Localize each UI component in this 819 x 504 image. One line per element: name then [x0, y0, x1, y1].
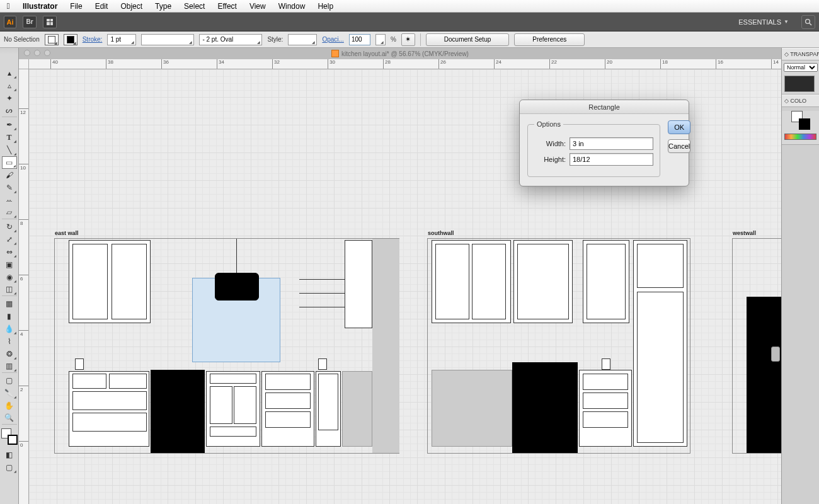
- pendant-cord[interactable]: [236, 239, 237, 275]
- color-panel[interactable]: [782, 111, 819, 145]
- width-tool-icon[interactable]: ⇔◢: [2, 246, 17, 258]
- hand-tool-icon[interactable]: ✋: [2, 399, 17, 412]
- type-tool-icon[interactable]: T◢: [2, 131, 17, 144]
- outlet[interactable]: [318, 358, 327, 370]
- slice-tool-icon[interactable]: 🔪◢: [2, 387, 17, 399]
- stroke-panel-link[interactable]: Stroke:: [83, 36, 103, 43]
- drawer[interactable]: [72, 391, 147, 410]
- pendant-light[interactable]: [215, 273, 259, 301]
- drawer[interactable]: [109, 374, 147, 389]
- app-name[interactable]: Illustrator: [16, 2, 64, 11]
- free-transform-tool-icon[interactable]: ▣: [2, 258, 17, 271]
- scale-tool-icon[interactable]: ⤢◢: [2, 233, 17, 246]
- menu-type[interactable]: Type: [149, 2, 178, 11]
- drawer[interactable]: [210, 427, 256, 437]
- outlet[interactable]: [602, 358, 610, 370]
- brush-dropdown[interactable]: - 2 pt. Oval: [199, 34, 262, 45]
- document-setup-button[interactable]: Document Setup: [426, 33, 510, 46]
- drawer[interactable]: [583, 374, 628, 390]
- drawer[interactable]: [72, 374, 106, 389]
- opacity-link[interactable]: Opaci...: [322, 36, 343, 43]
- eyedropper-tool-icon[interactable]: 💧◢: [2, 323, 17, 335]
- blob-brush-tool-icon[interactable]: ꕀ: [2, 194, 17, 207]
- line-tool-icon[interactable]: ╲◢: [2, 144, 17, 156]
- filler[interactable]: [342, 371, 372, 447]
- menu-object[interactable]: Object: [114, 2, 149, 11]
- color-mode-icon[interactable]: ◧: [2, 449, 17, 461]
- pantry-door[interactable]: [637, 244, 684, 288]
- recolor-art-icon[interactable]: ✶: [401, 33, 415, 46]
- menu-help[interactable]: Help: [311, 2, 340, 11]
- menu-edit[interactable]: Edit: [89, 2, 115, 11]
- menu-effect[interactable]: Effect: [211, 2, 243, 11]
- wall-fill[interactable]: [372, 239, 399, 453]
- door[interactable]: [234, 386, 256, 424]
- drawer[interactable]: [583, 392, 628, 409]
- cabinet-door[interactable]: [112, 244, 147, 319]
- color-panel-tab[interactable]: ◇ COLO: [782, 94, 819, 107]
- height-input[interactable]: [570, 153, 653, 166]
- menu-window[interactable]: Window: [272, 2, 312, 11]
- blend-tool-icon[interactable]: ⌇: [2, 335, 17, 348]
- artboard-tool-icon[interactable]: ▢: [2, 374, 17, 387]
- magic-wand-tool-icon[interactable]: ✦: [2, 92, 17, 105]
- range[interactable]: [512, 362, 578, 453]
- selection-tool-icon[interactable]: ▴◢: [2, 67, 17, 79]
- artboard-east-wall[interactable]: east wall: [54, 238, 399, 454]
- cabinet-door[interactable]: [472, 244, 506, 319]
- opacity-field[interactable]: 100: [349, 34, 370, 45]
- document-tab-title[interactable]: kitchen layout.ai* @ 56.67% (CMYK/Previe…: [341, 50, 469, 57]
- search-icon[interactable]: [801, 15, 815, 29]
- artboard-south-wall[interactable]: southwall: [427, 238, 690, 454]
- dialog-title[interactable]: Rectangle: [520, 100, 689, 114]
- shape-builder-tool-icon[interactable]: ◉◢: [2, 271, 17, 284]
- door[interactable]: [210, 386, 232, 424]
- apple-menu-icon[interactable]: : [0, 1, 16, 11]
- transparency-panel[interactable]: Normal: [782, 60, 819, 94]
- color-fill-stroke-icon[interactable]: [791, 111, 810, 130]
- preferences-button[interactable]: Preferences: [514, 33, 585, 46]
- arrange-documents-icon[interactable]: [43, 16, 57, 28]
- blend-mode-dropdown[interactable]: Normal: [784, 63, 818, 72]
- cabinet-door[interactable]: [435, 244, 469, 319]
- screen-mode-icon[interactable]: ▢◢: [2, 461, 17, 474]
- style-dropdown[interactable]: [288, 34, 317, 45]
- pantry-door[interactable]: [637, 292, 684, 443]
- stroke-swatch[interactable]: [64, 34, 77, 45]
- door[interactable]: [318, 374, 338, 430]
- menu-file[interactable]: File: [64, 2, 88, 11]
- appliance[interactable]: [747, 297, 781, 453]
- stroke-weight-dropdown[interactable]: 1 pt: [107, 34, 136, 45]
- menu-select[interactable]: Select: [178, 2, 211, 11]
- zoom-tool-icon[interactable]: 🔍: [2, 412, 17, 425]
- symbol-sprayer-tool-icon[interactable]: ❂◢: [2, 348, 17, 360]
- graph-tool-icon[interactable]: ▥◢: [2, 360, 17, 373]
- rotate-tool-icon[interactable]: ↻◢: [2, 220, 17, 233]
- drawer[interactable]: [265, 392, 311, 409]
- base-filler[interactable]: [432, 370, 512, 447]
- cancel-button[interactable]: Cancel: [668, 139, 690, 153]
- pencil-tool-icon[interactable]: ✎◢: [2, 181, 17, 194]
- fill-stroke-control[interactable]: [1, 428, 18, 445]
- direct-selection-tool-icon[interactable]: ▵◢: [2, 79, 17, 92]
- transparency-panel-tab[interactable]: ◇ TRANSPAREN: [782, 48, 819, 60]
- pen-tool-icon[interactable]: ✒◢: [2, 118, 17, 131]
- paintbrush-tool-icon[interactable]: 🖌: [2, 169, 17, 181]
- ok-button[interactable]: OK: [668, 120, 690, 134]
- gradient-tool-icon[interactable]: ▮: [2, 310, 17, 323]
- drawer[interactable]: [265, 411, 311, 428]
- cabinet-door[interactable]: [517, 244, 569, 319]
- bridge-icon[interactable]: Br: [23, 16, 37, 28]
- opacity-stepper[interactable]: [375, 34, 386, 45]
- fill-swatch[interactable]: [45, 34, 59, 45]
- eraser-tool-icon[interactable]: ▱◢: [2, 207, 17, 219]
- drawer[interactable]: [583, 411, 628, 428]
- ruler-horizontal[interactable]: 4038363432302826242220181614: [29, 59, 781, 69]
- drawer[interactable]: [72, 413, 147, 432]
- lasso-tool-icon[interactable]: ᔕ: [2, 105, 17, 117]
- drawer[interactable]: [265, 374, 311, 390]
- workspace-switcher[interactable]: ESSENTIALS ▼: [732, 16, 795, 28]
- rectangle-tool-icon[interactable]: ▭◢: [2, 156, 17, 169]
- dishwasher[interactable]: [151, 370, 205, 453]
- window-traffic-lights[interactable]: [24, 50, 50, 56]
